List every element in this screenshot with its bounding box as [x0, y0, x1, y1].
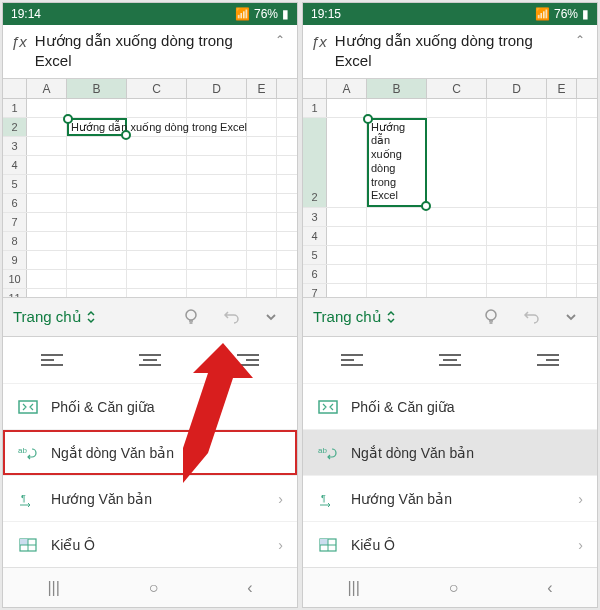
cell[interactable] [487, 284, 547, 298]
col-header[interactable]: A [327, 79, 367, 98]
merge-center-button[interactable]: Phối & Căn giữa [303, 383, 597, 429]
text-direction-button[interactable]: ¶ Hướng Văn bản › [3, 475, 297, 521]
spreadsheet-grid[interactable]: A B C D E 12Hướng dẫn xuống dòng trong E… [303, 79, 597, 298]
nav-home-icon[interactable]: ○ [149, 579, 159, 597]
lightbulb-icon[interactable] [175, 301, 207, 333]
cell[interactable] [127, 232, 187, 250]
cell[interactable] [27, 194, 67, 212]
cell[interactable] [127, 137, 187, 155]
formula-bar[interactable]: ƒx Hướng dẫn xuống dòng trong Excel ⌃ [3, 25, 297, 79]
cell[interactable] [27, 118, 67, 136]
cell[interactable] [487, 246, 547, 264]
cell[interactable] [327, 118, 367, 207]
cell[interactable] [487, 265, 547, 283]
row-header[interactable]: 4 [3, 156, 27, 174]
cell[interactable] [187, 289, 247, 298]
cell[interactable] [327, 208, 367, 226]
cell[interactable] [27, 213, 67, 231]
cell[interactable] [187, 270, 247, 288]
cell[interactable] [27, 99, 67, 117]
cell[interactable] [187, 251, 247, 269]
cell[interactable] [487, 208, 547, 226]
formula-bar[interactable]: ƒx Hướng dẫn xuống dòng trong Excel ⌃ [303, 25, 597, 79]
home-tab[interactable]: Trang chủ [13, 308, 167, 326]
cell[interactable]: Hướng dẫn xuống dòng trong Excel [367, 118, 427, 207]
row-header[interactable]: 10 [3, 270, 27, 288]
row-header[interactable]: 7 [3, 213, 27, 231]
cell[interactable] [127, 156, 187, 174]
cell[interactable] [127, 175, 187, 193]
row-header[interactable]: 8 [3, 232, 27, 250]
select-all-corner[interactable] [3, 79, 27, 98]
cell[interactable] [247, 251, 277, 269]
cell[interactable] [547, 284, 577, 298]
cell[interactable] [247, 99, 277, 117]
row-header[interactable]: 3 [3, 137, 27, 155]
cell[interactable] [547, 118, 577, 207]
align-center-button[interactable] [101, 337, 199, 383]
merge-center-button[interactable]: Phối & Căn giữa [3, 383, 297, 429]
cell[interactable] [127, 99, 187, 117]
row-header[interactable]: 6 [303, 265, 327, 283]
cell[interactable] [187, 194, 247, 212]
wrap-text-button[interactable]: ab Ngắt dòng Văn bản [303, 429, 597, 475]
cell[interactable] [427, 118, 487, 207]
chevron-down-icon[interactable] [555, 301, 587, 333]
cell[interactable] [127, 251, 187, 269]
cell[interactable] [27, 289, 67, 298]
wrap-text-button[interactable]: ab Ngắt dòng Văn bản [3, 429, 297, 475]
formula-text[interactable]: Hướng dẫn xuống dòng trong Excel [35, 31, 271, 72]
cell[interactable] [427, 246, 487, 264]
cell[interactable] [367, 284, 427, 298]
cell[interactable] [27, 175, 67, 193]
nav-recent-icon[interactable]: ||| [47, 579, 59, 597]
row-header[interactable]: 7 [303, 284, 327, 298]
align-left-button[interactable] [3, 337, 101, 383]
cell[interactable] [247, 194, 277, 212]
cell[interactable] [67, 232, 127, 250]
col-header[interactable]: B [67, 79, 127, 98]
cell[interactable] [67, 99, 127, 117]
cell[interactable] [27, 251, 67, 269]
cell[interactable] [487, 227, 547, 245]
nav-recent-icon[interactable]: ||| [347, 579, 359, 597]
cell[interactable] [27, 137, 67, 155]
cell[interactable]: Hướng dẫn xuống dòng trong Excel [67, 118, 127, 136]
cell[interactable] [187, 232, 247, 250]
align-center-button[interactable] [401, 337, 499, 383]
cell[interactable] [67, 175, 127, 193]
cell[interactable] [187, 137, 247, 155]
cell[interactable] [127, 194, 187, 212]
row-header[interactable]: 4 [303, 227, 327, 245]
nav-back-icon[interactable]: ‹ [547, 579, 552, 597]
home-tab[interactable]: Trang chủ [313, 308, 467, 326]
row-header[interactable]: 1 [3, 99, 27, 117]
row-header[interactable]: 2 [303, 118, 327, 207]
cell[interactable] [427, 227, 487, 245]
col-header[interactable]: E [247, 79, 277, 98]
cell[interactable] [327, 246, 367, 264]
cell[interactable] [487, 118, 547, 207]
cell[interactable] [247, 175, 277, 193]
text-direction-button[interactable]: ¶ Hướng Văn bản › [303, 475, 597, 521]
row-header[interactable]: 1 [303, 99, 327, 117]
cell-style-button[interactable]: Kiểu Ô › [3, 521, 297, 567]
col-header[interactable]: C [127, 79, 187, 98]
lightbulb-icon[interactable] [475, 301, 507, 333]
cell[interactable] [67, 194, 127, 212]
cell[interactable] [327, 99, 367, 117]
align-left-button[interactable] [303, 337, 401, 383]
cell[interactable] [27, 270, 67, 288]
nav-back-icon[interactable]: ‹ [247, 579, 252, 597]
cell[interactable] [367, 265, 427, 283]
cell[interactable] [327, 284, 367, 298]
align-right-button[interactable] [199, 337, 297, 383]
cell[interactable] [247, 156, 277, 174]
cell[interactable] [487, 99, 547, 117]
cell[interactable] [67, 270, 127, 288]
cell[interactable] [67, 137, 127, 155]
cell[interactable] [367, 246, 427, 264]
cell[interactable] [327, 265, 367, 283]
select-all-corner[interactable] [303, 79, 327, 98]
row-header[interactable]: 11 [3, 289, 27, 298]
